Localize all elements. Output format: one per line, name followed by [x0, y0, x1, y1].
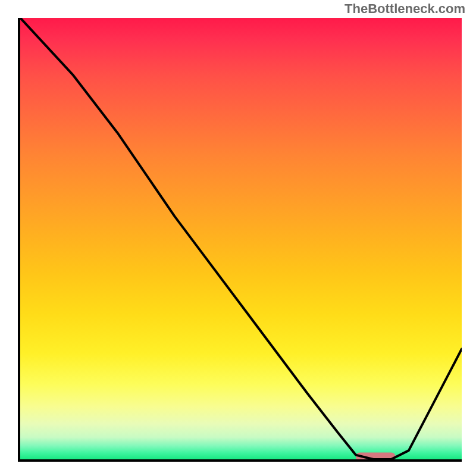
bottleneck-curve — [20, 18, 462, 459]
chart-svg — [20, 18, 462, 459]
optimal-range-marker — [356, 453, 396, 459]
chart-container: TheBottleneck.com — [0, 0, 476, 476]
chart-plot-area — [18, 18, 462, 462]
watermark-text: TheBottleneck.com — [345, 1, 465, 17]
